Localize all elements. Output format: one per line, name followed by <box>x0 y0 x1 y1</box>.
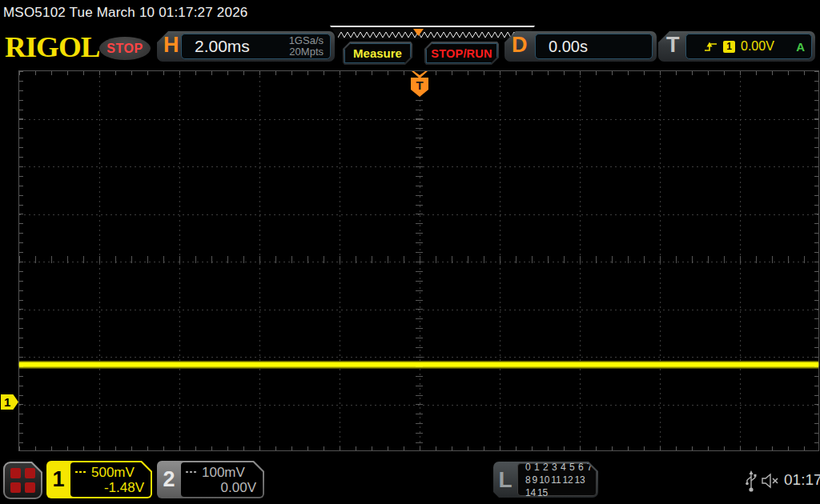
measure-button-label: Measure <box>344 43 411 63</box>
stop-run-button-label: STOP/RUN <box>426 43 497 63</box>
channel1-values: 500mV -1.48V <box>70 462 151 497</box>
measure-button[interactable]: Measure <box>343 42 412 65</box>
trigger-source-badge: 1 <box>723 41 735 53</box>
channel2-number: 2 <box>157 461 181 498</box>
model-and-datetime: MSO5102 Tue March 10 01:17:27 2026 <box>3 5 247 21</box>
trigger-mode-auto: A <box>796 40 805 54</box>
delay-value: 0.00s <box>536 38 588 56</box>
grid-squares-icon <box>5 463 41 498</box>
timebase-value: 2.00ms <box>182 37 250 56</box>
run-state-badge: STOP <box>99 37 151 60</box>
trigger-level-value: 0.00V <box>741 39 774 54</box>
trigger-label: T <box>666 33 680 58</box>
timebase-box[interactable]: 2.00ms 1GSa/s 20Mpts <box>181 34 331 59</box>
channel2-values: 100mV 0.00V <box>181 462 263 497</box>
dc-coupling-icon <box>186 469 198 476</box>
channel1-number: 1 <box>46 461 70 498</box>
channel1-position-marker[interactable]: 1 <box>1 394 18 410</box>
stop-run-button[interactable]: STOP/RUN <box>424 42 499 65</box>
rising-edge-icon <box>704 40 718 53</box>
waveform-record-indicator <box>330 26 535 39</box>
channel1-waveform-trace <box>19 361 818 369</box>
horizontal-label: H <box>163 33 179 58</box>
logic-channels-block[interactable]: L 0 1 2 3 4 5 6 7 8 9 10 11 12 13 14 15 <box>493 462 598 498</box>
acquisition-info: 1GSa/s 20Mpts <box>289 35 330 58</box>
channel1-offset: -1.48V <box>75 480 144 495</box>
rigol-logo: RIGOL <box>5 31 99 64</box>
trigger-flag-icon: T <box>411 78 428 97</box>
horizontal-settings-group[interactable]: H 2.00ms 1GSa/s 20Mpts <box>157 31 335 62</box>
channel1-status-block[interactable]: 1 500mV -1.48V <box>46 461 152 498</box>
channel1-trace-core <box>19 362 818 366</box>
channel2-scale: 100mV <box>202 465 245 480</box>
trigger-box[interactable]: 1 0.00V A <box>685 34 812 59</box>
logic-label: L <box>493 462 517 498</box>
center-vertical-axis-ticks <box>416 71 423 450</box>
delay-label: D <box>512 33 528 58</box>
channel2-offset: 0.00V <box>186 480 256 495</box>
speaker-muted-icon <box>762 473 782 489</box>
dc-coupling-icon <box>75 469 87 476</box>
logic-channels-8-15: 8 9 10 11 12 13 14 15 <box>525 474 596 499</box>
channel2-status-block[interactable]: 2 100mV 0.00V <box>157 461 264 498</box>
delay-box[interactable]: 0.00s <box>535 34 653 59</box>
zigzag-waveform-icon <box>338 30 527 38</box>
waveform-display-area: T <box>18 70 819 451</box>
usb-icon <box>746 470 757 493</box>
logic-channels-0-7: 0 1 2 3 4 5 6 7 <box>525 461 596 474</box>
clock: 01:17 <box>784 471 820 489</box>
logic-channel-list: 0 1 2 3 4 5 6 7 8 9 10 11 12 13 14 15 <box>517 463 597 496</box>
trigger-settings-group[interactable]: T 1 0.00V A <box>658 31 815 62</box>
memory-depth: 20Mpts <box>289 46 324 58</box>
channel1-scale: 500mV <box>91 465 135 480</box>
sample-rate: 1GSa/s <box>289 35 324 46</box>
delay-settings-group[interactable]: D 0.00s <box>504 31 657 62</box>
channel-menu-button[interactable] <box>3 462 42 499</box>
